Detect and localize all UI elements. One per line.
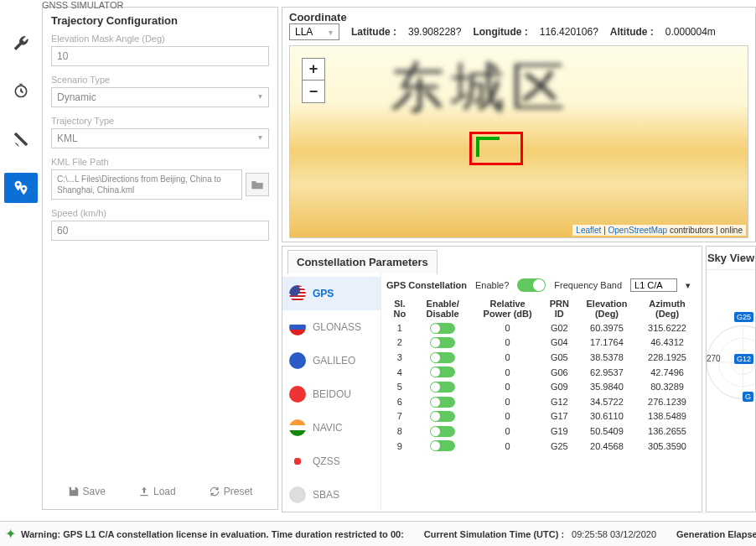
system-sbas[interactable]: SBAS bbox=[282, 478, 381, 512]
jp-flag-icon bbox=[289, 453, 306, 470]
speed-input[interactable] bbox=[51, 221, 269, 241]
ru-flag-icon bbox=[289, 319, 306, 335]
chevron-down-icon[interactable]: ▾ bbox=[686, 280, 691, 291]
load-button[interactable]: Load bbox=[138, 486, 176, 497]
refresh-icon bbox=[209, 486, 220, 497]
sat-enable-toggle[interactable] bbox=[430, 367, 455, 377]
sky-view-title: Sky View bbox=[707, 247, 755, 270]
table-row: 90G2520.4568305.3590 bbox=[386, 439, 696, 454]
sat-enable-toggle[interactable] bbox=[430, 382, 455, 393]
warning-icon: ✦ bbox=[5, 526, 16, 542]
trajectory-type-label: Trajectory Type bbox=[51, 116, 269, 126]
us-flag-icon bbox=[289, 285, 306, 302]
simtime-value: 09:25:58 03/12/2020 bbox=[572, 529, 656, 539]
folder-icon bbox=[251, 179, 264, 190]
elev-mask-input[interactable] bbox=[51, 46, 269, 66]
in-flag-icon bbox=[289, 419, 306, 436]
latitude-label: Latitude : bbox=[351, 26, 396, 38]
app-title: GNSS SIMULATOR bbox=[42, 0, 123, 10]
sky-angle-270: 270 bbox=[707, 354, 721, 363]
longitude-label: Longitude : bbox=[473, 26, 527, 38]
nav-clock[interactable] bbox=[4, 75, 38, 106]
table-row: 40G0662.953742.7496 bbox=[386, 365, 696, 380]
scenario-type-select[interactable] bbox=[51, 87, 269, 107]
coordinate-panel: Spe Coordinate Latitude : 39.908228? Lon… bbox=[282, 7, 756, 242]
system-navic[interactable]: NAVIC bbox=[282, 411, 381, 445]
table-row: 50G0935.984080.3289 bbox=[386, 379, 696, 394]
blank-flag-icon bbox=[289, 486, 306, 503]
table-row: 60G1234.5722276.1239 bbox=[386, 394, 696, 409]
save-icon bbox=[68, 486, 80, 497]
satellite-table: Sl. No Enable/ Disable Relative Power (d… bbox=[386, 297, 696, 453]
table-row: 10G0260.3975315.6222 bbox=[386, 320, 696, 335]
status-warning-text: Warning: GPS L1 C/A constellation licens… bbox=[21, 529, 404, 539]
frequency-band-select[interactable] bbox=[630, 278, 677, 292]
osm-link[interactable]: OpenStreetMap bbox=[608, 226, 668, 235]
speed-label: Speed (km/h) bbox=[51, 208, 269, 218]
zoom-in-button[interactable]: + bbox=[303, 59, 324, 81]
sky-sat-g12: G12 bbox=[734, 354, 753, 364]
preset-button[interactable]: Preset bbox=[209, 486, 253, 497]
constellation-panel: Constellation Parameters GPS GLONASS GAL… bbox=[282, 246, 702, 512]
zoom-out-button[interactable]: − bbox=[303, 81, 324, 102]
sat-enable-toggle[interactable] bbox=[430, 426, 455, 437]
longitude-value: 116.420106? bbox=[540, 26, 598, 38]
system-qzss[interactable]: QZSS bbox=[282, 445, 381, 478]
system-galileo[interactable]: GALILEO bbox=[282, 344, 381, 377]
sat-enable-toggle[interactable] bbox=[430, 323, 455, 334]
map-trajectory-marker bbox=[476, 137, 500, 157]
left-nav bbox=[0, 7, 42, 510]
pin-icon bbox=[13, 179, 29, 196]
constellation-enable-toggle[interactable] bbox=[517, 278, 546, 292]
constellation-heading: GPS Constellation bbox=[386, 280, 467, 290]
altitude-label: Altitude : bbox=[610, 26, 654, 38]
altitude-value: 0.000004m bbox=[665, 26, 716, 38]
nav-location[interactable] bbox=[4, 173, 38, 203]
save-button[interactable]: Save bbox=[68, 486, 106, 497]
eu-flag-icon bbox=[289, 352, 306, 369]
cn-flag-icon bbox=[289, 386, 306, 403]
nav-satellite[interactable] bbox=[4, 124, 38, 154]
sky-plot: 270 G25 G12 G bbox=[707, 270, 755, 455]
sat-enable-toggle[interactable] bbox=[430, 440, 455, 451]
wrench-icon bbox=[13, 34, 29, 50]
coord-mode-select[interactable] bbox=[289, 23, 339, 40]
sat-enable-toggle[interactable] bbox=[430, 352, 455, 363]
trajectory-type-select[interactable] bbox=[51, 128, 269, 148]
sat-enable-toggle[interactable] bbox=[430, 397, 455, 408]
elev-mask-label: Elevation Mask Angle (Deg) bbox=[51, 34, 269, 44]
constellation-system-list: GPS GLONASS GALILEO BEIDOU NAVIC QZSS SB… bbox=[282, 273, 381, 510]
nav-settings[interactable] bbox=[4, 27, 38, 57]
sky-view-panel: Sky View 270 G25 G12 G bbox=[706, 246, 756, 512]
scenario-type-label: Scenario Type bbox=[51, 75, 269, 85]
system-glonass[interactable]: GLONASS bbox=[282, 310, 381, 344]
clock-icon bbox=[13, 82, 29, 99]
kml-path-label: KML File Path bbox=[51, 157, 269, 167]
table-row: 70G1730.6110138.5489 bbox=[386, 409, 696, 424]
leaflet-link[interactable]: Leaflet bbox=[576, 226, 601, 235]
simtime-label: Current Simulation Time (UTC) : bbox=[424, 529, 564, 539]
upload-icon bbox=[138, 486, 150, 497]
constellation-tab[interactable]: Constellation Parameters bbox=[287, 250, 438, 274]
trajectory-panel: Trajectory Configuration Elevation Mask … bbox=[42, 7, 278, 510]
sky-sat-g25: G25 bbox=[734, 312, 753, 322]
browse-file-button[interactable] bbox=[246, 173, 269, 196]
system-gps[interactable]: GPS bbox=[282, 277, 381, 310]
frequency-band-label: Frequency Band bbox=[554, 280, 622, 290]
table-row: 80G1950.5409136.2655 bbox=[386, 424, 696, 439]
enable-label: Enable? bbox=[475, 280, 509, 290]
map-region-text: 东城区 bbox=[391, 51, 572, 124]
system-beidou[interactable]: BEIDOU bbox=[282, 377, 381, 411]
genelapsed-label: Generation Elapsed Tim bbox=[676, 529, 756, 539]
table-row: 30G0538.5378228.1925 bbox=[386, 350, 696, 365]
kml-path-field[interactable]: C:\...L Files\Directions from Beijing, C… bbox=[51, 169, 242, 200]
trajectory-title: Trajectory Configuration bbox=[51, 14, 269, 27]
sat-enable-toggle[interactable] bbox=[430, 337, 455, 348]
map-attribution: Leaflet | OpenStreetMap contributors | o… bbox=[572, 225, 746, 236]
sat-enable-toggle[interactable] bbox=[430, 411, 455, 422]
sky-sat-g: G bbox=[743, 392, 753, 402]
satellite-icon bbox=[13, 131, 29, 148]
coordinate-title: Coordinate bbox=[289, 11, 748, 23]
map[interactable]: + − 东城区 Leaflet | OpenStreetMap contribu… bbox=[289, 45, 748, 238]
status-bar: ✦ Warning: GPS L1 C/A constellation lice… bbox=[0, 521, 756, 546]
